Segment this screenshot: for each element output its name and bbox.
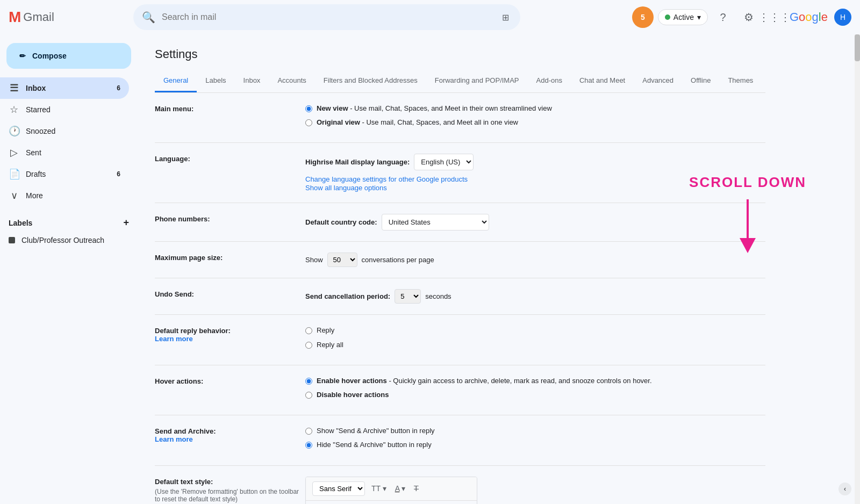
country-select[interactable]: United States <box>382 214 489 231</box>
sidebar-item-label: Inbox <box>26 84 46 92</box>
top-bar: M Gmail 🔍 ⊞ 5 Active ▾ ? ⚙ ⋮⋮⋮ Google H <box>0 0 860 34</box>
sidebar-item-starred[interactable]: ☆ Starred <box>0 99 129 120</box>
undo-send-row: Send cancellation period: 5 10 20 30 sec… <box>305 289 765 304</box>
settings-label-language: Language: <box>155 154 305 163</box>
reply-behavior-learn-more[interactable]: Learn more <box>155 335 193 343</box>
starred-icon: ☆ <box>9 104 19 116</box>
radio-new-view-label[interactable]: New view - Use mail, Chat, Spaces, and M… <box>317 104 552 113</box>
labels-section: Labels + Club/Professor Outreach <box>0 211 138 254</box>
sidebar-item-label: Drafts <box>26 170 46 178</box>
snoozed-icon: 🕐 <box>9 125 19 137</box>
main-area: ✏ Compose ☰ Inbox 6 ☆ Starred 🕐 Snoozed … <box>0 34 860 504</box>
labels-header: Labels + <box>9 215 129 231</box>
avatar[interactable]: H <box>834 9 851 26</box>
radio-reply-input[interactable] <box>305 327 312 334</box>
scrollbar-track <box>855 34 860 504</box>
top-actions: 5 Active ▾ ? ⚙ ⋮⋮⋮ Google H <box>632 6 851 28</box>
sidebar-item-drafts[interactable]: 📄 Drafts 6 <box>0 163 129 185</box>
settings-row-text-style: Default text style: (Use the 'Remove for… <box>155 466 765 505</box>
page-size-row: Show 25 50 100 conversations per page <box>305 253 765 267</box>
radio-show-archive-label[interactable]: Show "Send & Archive" button in reply <box>317 426 435 436</box>
language-select-row: Highrise Mail display language: English … <box>305 154 765 170</box>
settings-row-send-archive: Send and Archive: Learn more Show "Send … <box>155 415 765 465</box>
search-bar[interactable]: 🔍 ⊞ <box>133 4 520 30</box>
drafts-badge: 6 <box>117 170 120 178</box>
sidebar-item-label: Snoozed <box>26 127 55 135</box>
radio-reply-all: Reply all <box>305 340 765 350</box>
labels-add-button[interactable]: + <box>123 217 129 228</box>
status-button[interactable]: Active ▾ <box>658 9 708 25</box>
radio-new-view-input[interactable] <box>305 105 312 112</box>
tab-general[interactable]: General <box>155 70 197 92</box>
settings-scroll-area[interactable]: Settings General Labels Inbox Accounts F… <box>138 34 860 504</box>
radio-reply-all-input[interactable] <box>305 342 312 349</box>
search-options-icon[interactable]: ⊞ <box>499 11 512 24</box>
sidebar-item-snoozed[interactable]: 🕐 Snoozed <box>0 120 129 142</box>
sidebar-item-more[interactable]: ∨ More <box>0 185 129 206</box>
settings-label-reply-behavior: Default reply behavior: Learn more <box>155 326 305 343</box>
radio-disable-hover-input[interactable] <box>305 392 312 399</box>
status-dot <box>665 15 670 20</box>
settings-label-phone: Phone numbers: <box>155 214 305 223</box>
search-input[interactable] <box>162 12 492 22</box>
radio-reply-label[interactable]: Reply <box>317 326 334 335</box>
undo-send-suffix: seconds <box>425 292 451 300</box>
tab-labels[interactable]: Labels <box>197 70 234 92</box>
radio-reply-all-label[interactable]: Reply all <box>317 340 343 350</box>
show-language-link[interactable]: Show all language options <box>305 184 387 192</box>
settings-row-reply-behavior: Default reply behavior: Learn more Reply… <box>155 315 765 365</box>
scrollbar-thumb[interactable] <box>855 34 860 61</box>
settings-control-page-size: Show 25 50 100 conversations per page <box>305 253 765 267</box>
tab-themes[interactable]: Themes <box>719 70 762 92</box>
radio-enable-hover-input[interactable] <box>305 378 312 385</box>
tab-chat[interactable]: Chat and Meet <box>571 70 634 92</box>
remove-formatting-button[interactable]: T̶ <box>412 483 421 494</box>
font-size-button[interactable]: TT ▾ <box>369 483 389 494</box>
page-size-select[interactable]: 25 50 100 <box>327 253 357 267</box>
radio-hide-archive-label[interactable]: Hide "Send & Archive" button in reply <box>317 440 432 450</box>
settings-container: Settings General Labels Inbox Accounts F… <box>138 34 783 504</box>
radio-show-archive: Show "Send & Archive" button in reply <box>305 426 765 436</box>
tab-inbox[interactable]: Inbox <box>235 70 269 92</box>
help-button[interactable]: ? <box>712 6 734 28</box>
radio-new-view: New view - Use mail, Chat, Spaces, and M… <box>305 104 765 113</box>
notification-button[interactable]: 5 <box>632 6 654 28</box>
radio-original-view-input[interactable] <box>305 119 312 126</box>
sidebar-item-inbox[interactable]: ☰ Inbox 6 <box>0 77 129 99</box>
send-archive-learn-more[interactable]: Learn more <box>155 435 193 443</box>
settings-row-language: Language: Highrise Mail display language… <box>155 143 765 203</box>
label-color-dot <box>9 237 15 243</box>
labels-title: Labels <box>9 219 32 227</box>
tab-forwarding[interactable]: Forwarding and POP/IMAP <box>426 70 528 92</box>
settings-button[interactable]: ⚙ <box>738 6 759 28</box>
tab-accounts[interactable]: Accounts <box>269 70 314 92</box>
settings-label-main-menu: Main menu: <box>155 104 305 113</box>
radio-disable-hover-label[interactable]: Disable hover actions <box>317 390 389 400</box>
change-language-link[interactable]: Change language settings for other Googl… <box>305 175 468 183</box>
collapse-button[interactable]: ‹ <box>838 483 851 495</box>
apps-button[interactable]: ⋮⋮⋮ <box>764 6 785 28</box>
language-select[interactable]: English (US) <box>414 154 474 170</box>
compose-button[interactable]: ✏ Compose <box>6 43 131 69</box>
label-item-club[interactable]: Club/Professor Outreach <box>9 231 129 250</box>
tab-advanced[interactable]: Advanced <box>634 70 682 92</box>
tab-addons[interactable]: Add-ons <box>528 70 571 92</box>
radio-enable-hover-label[interactable]: Enable hover actions - Quickly gain acce… <box>317 376 652 386</box>
radio-show-archive-input[interactable] <box>305 428 312 435</box>
radio-disable-hover: Disable hover actions <box>305 390 765 400</box>
sidebar-item-label: More <box>26 191 43 200</box>
sidebar-item-sent[interactable]: ▷ Sent <box>0 142 129 163</box>
undo-send-label: Send cancellation period: <box>305 292 390 300</box>
radio-original-view-label[interactable]: Original view - Use mail, Chat, Spaces, … <box>317 118 518 127</box>
text-editor-preview: This is what your body text will look li… <box>306 501 477 505</box>
font-family-select[interactable]: Sans Serif <box>312 481 365 496</box>
gmail-logo-icon: M <box>9 9 21 26</box>
settings-control-main-menu: New view - Use mail, Chat, Spaces, and M… <box>305 104 765 132</box>
tab-filters[interactable]: Filters and Blocked Addresses <box>315 70 426 92</box>
cancel-period-select[interactable]: 5 10 20 30 <box>395 289 421 304</box>
tab-offline[interactable]: Offline <box>682 70 719 92</box>
text-color-button[interactable]: A ▾ <box>393 483 407 494</box>
settings-row-phone: Phone numbers: Default country code: Uni… <box>155 203 765 242</box>
radio-hide-archive-input[interactable] <box>305 442 312 449</box>
settings-control-reply-behavior: Reply Reply all <box>305 326 765 354</box>
